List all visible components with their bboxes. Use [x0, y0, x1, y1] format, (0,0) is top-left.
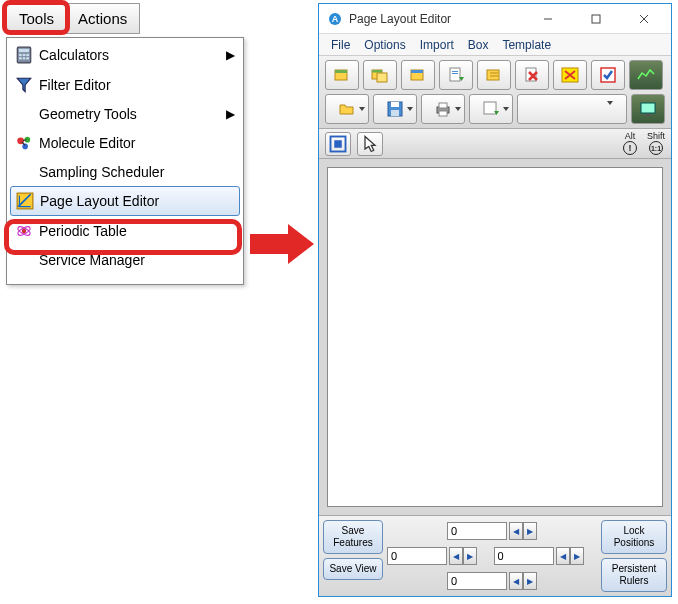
submenu-arrow-icon: ▶ [226, 107, 235, 121]
save-features-button[interactable]: Save Features [323, 520, 383, 554]
menu-item-filter-editor[interactable]: Filter Editor [7, 70, 243, 100]
titlebar: A Page Layout Editor [319, 4, 671, 34]
svg-rect-31 [452, 71, 458, 72]
spin-bottom-input[interactable] [447, 572, 507, 590]
menu-item-label: Page Layout Editor [40, 193, 159, 209]
toolbar-btn-save[interactable] [373, 94, 417, 124]
spin-right-dec[interactable]: ◀ [556, 547, 570, 565]
menu-item-service-manager[interactable]: Service Manager [7, 246, 243, 274]
bottom-panel: Save Features Save View ◀▶ ◀▶ ◀▶ ◀▶ Lock… [319, 515, 671, 596]
toolbar-btn-delete[interactable] [515, 60, 549, 90]
filter-icon [15, 76, 33, 94]
menu-tab-tools[interactable]: Tools [7, 4, 66, 33]
spin-top-dec[interactable]: ◀ [509, 522, 523, 540]
toolbar-btn-chart[interactable] [629, 60, 663, 90]
window-title: Page Layout Editor [349, 12, 521, 26]
svg-text:A: A [332, 14, 339, 24]
toolbar-dropdown[interactable] [517, 94, 627, 124]
menu-item-molecule-editor[interactable]: Molecule Editor [7, 128, 243, 158]
mod-shift: Shift1:1 [647, 132, 665, 155]
svg-rect-29 [411, 70, 423, 73]
menu-item-label: Service Manager [39, 252, 145, 268]
spin-left-dec[interactable]: ◀ [449, 547, 463, 565]
svg-point-16 [22, 229, 27, 234]
menu-item-label: Periodic Table [39, 223, 127, 239]
menu-template[interactable]: Template [496, 36, 557, 54]
mod-alt: Alt! [623, 132, 637, 155]
svg-rect-4 [26, 54, 29, 56]
svg-rect-7 [26, 57, 29, 59]
app-icon: A [327, 11, 343, 27]
toolbar-btn-3[interactable] [401, 60, 435, 90]
menu-item-label: Filter Editor [39, 77, 111, 93]
tool-select-all[interactable] [325, 132, 351, 156]
menu-file[interactable]: File [325, 36, 356, 54]
svg-rect-47 [334, 140, 342, 148]
svg-rect-30 [450, 68, 460, 81]
toolbar-btn-check[interactable] [591, 60, 625, 90]
lock-positions-button[interactable]: Lock Positions [601, 520, 667, 554]
svg-rect-44 [641, 103, 655, 113]
menu-item-page-layout-editor[interactable]: Page Layout Editor [10, 186, 240, 216]
save-view-button[interactable]: Save View [323, 558, 383, 580]
toolbar-btn-4[interactable] [439, 60, 473, 90]
atom-icon [15, 222, 33, 240]
spin-top-input[interactable] [447, 522, 507, 540]
menu-item-sampling-scheduler[interactable]: Sampling Scheduler [7, 158, 243, 186]
svg-rect-43 [484, 102, 496, 114]
menu-box[interactable]: Box [462, 36, 495, 54]
svg-rect-32 [452, 73, 458, 74]
spin-right-input[interactable] [494, 547, 554, 565]
menu-item-calculators[interactable]: Calculators ▶ [7, 40, 243, 70]
menu-item-label: Sampling Scheduler [39, 164, 164, 180]
close-button[interactable] [623, 8, 665, 30]
tools-menu: Calculators ▶ Filter Editor Geometry Too… [6, 37, 244, 285]
menu-tab-actions[interactable]: Actions [66, 4, 139, 33]
molecule-icon [15, 134, 33, 152]
spin-left-inc[interactable]: ▶ [463, 547, 477, 565]
tool-strip: Alt! Shift1:1 [319, 129, 671, 159]
toolbar-btn-export[interactable] [469, 94, 513, 124]
annotation-arrow-icon [248, 222, 318, 266]
menu-import[interactable]: Import [414, 36, 460, 54]
menu-item-label: Molecule Editor [39, 135, 136, 151]
svg-rect-3 [23, 54, 26, 56]
svg-rect-39 [391, 110, 399, 116]
menu-item-periodic-table[interactable]: Periodic Table [7, 216, 243, 246]
svg-rect-2 [19, 54, 22, 56]
spin-left-input[interactable] [387, 547, 447, 565]
page-layout-icon [16, 192, 34, 210]
layout-canvas[interactable] [327, 167, 663, 507]
minimize-button[interactable] [527, 8, 569, 30]
menu-tabs: Tools Actions [6, 3, 140, 34]
toolbar-btn-2[interactable] [363, 60, 397, 90]
svg-rect-41 [439, 103, 447, 108]
toolbar-btn-print[interactable] [421, 94, 465, 124]
svg-point-10 [22, 144, 28, 150]
svg-rect-5 [19, 57, 22, 59]
spin-right-inc[interactable]: ▶ [570, 547, 584, 565]
svg-rect-24 [335, 70, 347, 73]
svg-rect-33 [487, 70, 499, 80]
toolbar-btn-monitor[interactable] [631, 94, 665, 124]
spin-top-inc[interactable]: ▶ [523, 522, 537, 540]
toolbar-btn-1[interactable] [325, 60, 359, 90]
persistent-rulers-button[interactable]: Persistent Rulers [601, 558, 667, 592]
menu-item-label: Geometry Tools [39, 106, 137, 122]
menu-item-geometry-tools[interactable]: Geometry Tools ▶ [7, 100, 243, 128]
svg-rect-27 [372, 70, 382, 73]
spin-bottom-inc[interactable]: ▶ [523, 572, 537, 590]
toolbar-btn-5[interactable] [477, 60, 511, 90]
menu-options[interactable]: Options [358, 36, 411, 54]
tool-pointer[interactable] [357, 132, 383, 156]
submenu-arrow-icon: ▶ [226, 48, 235, 62]
svg-rect-20 [592, 15, 600, 23]
maximize-button[interactable] [575, 8, 617, 30]
menu-item-label: Calculators [39, 47, 109, 63]
toolbar-btn-open[interactable] [325, 94, 369, 124]
canvas-area [319, 159, 671, 515]
toolbar-btn-highlight[interactable] [553, 60, 587, 90]
spin-bottom-dec[interactable]: ◀ [509, 572, 523, 590]
position-spinners: ◀▶ ◀▶ ◀▶ ◀▶ [387, 520, 597, 592]
menubar: File Options Import Box Template [319, 34, 671, 56]
